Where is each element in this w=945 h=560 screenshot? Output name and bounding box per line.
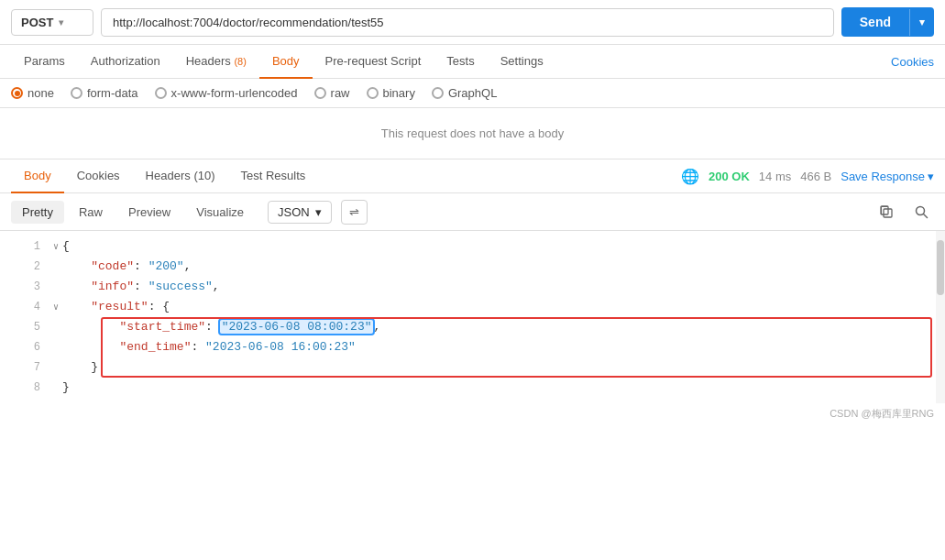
code-line-4: 4 ∨ "result": { (0, 297, 945, 317)
tab-params[interactable]: Params (11, 45, 78, 79)
tab-body[interactable]: Body (259, 45, 313, 79)
response-meta: 🌐 200 OK 14 ms 466 B Save Response ▾ (681, 168, 934, 185)
json-code-block: 1 ∨ { 2 "code": "200", 3 "info": "succes… (0, 231, 945, 403)
wrap-icon: ⇌ (349, 205, 359, 219)
request-tabs: Params Authorization Headers (8) Body Pr… (0, 45, 945, 79)
body-type-selector: none form-data x-www-form-urlencoded raw… (0, 79, 945, 108)
search-button[interactable] (908, 199, 934, 225)
tab-headers[interactable]: Headers (8) (173, 45, 259, 79)
resp-tab-cookies[interactable]: Cookies (64, 159, 133, 193)
status-badge: 200 OK (709, 170, 750, 183)
code-line-3: 3 "info": "success", (0, 277, 945, 297)
format-right-actions (874, 199, 934, 225)
radio-urlencoded (155, 87, 167, 99)
format-bar: Pretty Raw Preview Visualize JSON ▾ ⇌ (0, 193, 945, 231)
body-type-urlencoded[interactable]: x-www-form-urlencoded (155, 86, 298, 100)
globe-icon: 🌐 (681, 168, 699, 185)
body-type-graphql[interactable]: GraphQL (432, 86, 497, 100)
format-dropdown[interactable]: JSON ▾ (268, 201, 332, 224)
response-size: 466 B (800, 170, 831, 183)
send-button[interactable]: Send ▾ (841, 7, 934, 37)
resp-tab-test-results[interactable]: Test Results (228, 159, 319, 193)
format-label: JSON (278, 205, 310, 219)
code-line-1: 1 ∨ { (0, 236, 945, 257)
fmt-raw[interactable]: Raw (68, 201, 114, 224)
search-icon (915, 205, 929, 219)
code-line-2: 2 "code": "200", (0, 257, 945, 277)
collapse-toggle-4[interactable]: ∨ (49, 302, 62, 314)
response-tabs: Body Cookies Headers (10) Test Results 🌐… (0, 159, 945, 193)
tab-tests[interactable]: Tests (434, 45, 487, 79)
collapse-toggle-1[interactable]: ∨ (49, 241, 62, 254)
method-label: POST (21, 16, 53, 29)
no-body-message: This request does not have a body (0, 108, 945, 159)
radio-none (11, 87, 23, 99)
format-chevron-icon: ▾ (315, 205, 322, 219)
url-input[interactable] (101, 8, 834, 37)
fmt-pretty[interactable]: Pretty (11, 201, 64, 224)
radio-raw (314, 87, 326, 99)
url-bar: POST ▾ Send ▾ (0, 0, 945, 45)
copy-button[interactable] (874, 199, 899, 225)
body-type-form-data[interactable]: form-data (71, 86, 138, 100)
resp-tab-headers[interactable]: Headers (10) (133, 159, 228, 193)
response-time: 14 ms (759, 170, 791, 183)
body-type-raw[interactable]: raw (314, 86, 350, 100)
copy-icon (879, 204, 894, 219)
response-body-area: 1 ∨ { 2 "code": "200", 3 "info": "succes… (0, 231, 945, 403)
code-line-5: 5 "start_time": "2023-06-08 08:00:23", (0, 317, 945, 337)
send-dropdown-icon[interactable]: ▾ (909, 9, 934, 36)
highlight-region: 5 "start_time": "2023-06-08 08:00:23", 6… (0, 317, 945, 378)
radio-graphql (432, 87, 444, 99)
body-type-binary[interactable]: binary (367, 86, 415, 100)
fmt-visualize[interactable]: Visualize (185, 201, 255, 224)
save-response-button[interactable]: Save Response ▾ (841, 170, 934, 183)
tab-pre-request[interactable]: Pre-request Script (313, 45, 434, 79)
code-line-8: 8 } (0, 378, 945, 398)
wrap-button[interactable]: ⇌ (341, 200, 368, 225)
watermark: CSDN @梅西库里RNG (0, 403, 945, 424)
code-line-6: 6 "end_time": "2023-06-08 16:00:23" (0, 337, 945, 357)
method-dropdown[interactable]: POST ▾ (11, 9, 93, 36)
code-line-7: 7 } (0, 357, 945, 378)
tab-settings[interactable]: Settings (488, 45, 556, 79)
save-response-chevron-icon: ▾ (928, 170, 934, 183)
tab-authorization[interactable]: Authorization (78, 45, 173, 79)
svg-line-3 (923, 214, 927, 217)
radio-binary (367, 87, 379, 99)
method-chevron-icon: ▾ (59, 17, 63, 27)
resp-tab-body[interactable]: Body (11, 159, 64, 193)
cookies-link[interactable]: Cookies (891, 46, 934, 78)
scrollbar-thumb[interactable] (937, 240, 944, 295)
fmt-preview[interactable]: Preview (117, 201, 181, 224)
body-type-none[interactable]: none (11, 86, 54, 100)
svg-rect-1 (881, 206, 888, 214)
send-label: Send (841, 7, 909, 37)
scrollbar-track[interactable] (936, 231, 945, 403)
radio-form-data (71, 87, 82, 99)
